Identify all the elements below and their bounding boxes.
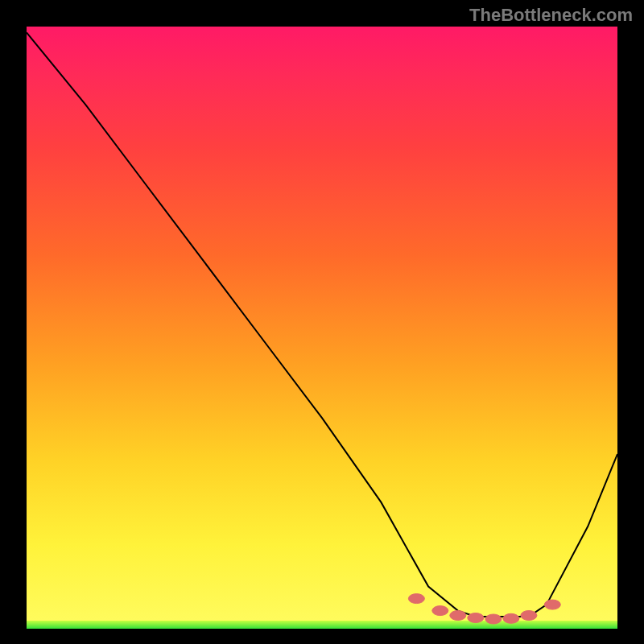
optimal-marker — [503, 613, 519, 623]
optimal-marker — [432, 606, 448, 616]
bottleneck-curve — [27, 33, 617, 617]
optimal-marker — [485, 614, 502, 624]
plot-area — [27, 27, 617, 629]
curve-layer — [27, 27, 617, 629]
optimal-marker — [521, 611, 537, 621]
watermark: TheBottleneck.com — [469, 5, 633, 26]
chart-container: TheBottleneck.com — [0, 0, 644, 644]
optimal-marker — [408, 594, 424, 604]
optimal-marker — [450, 611, 466, 621]
optimal-marker — [468, 613, 484, 623]
optimal-marker — [544, 600, 560, 609]
optimal-markers — [408, 594, 560, 624]
